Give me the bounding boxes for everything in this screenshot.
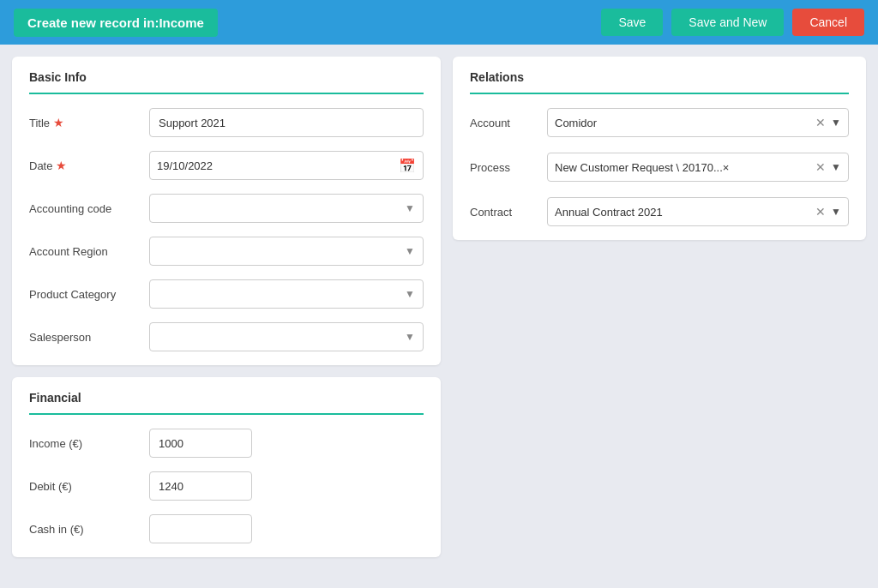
left-column: Basic Info Title ★ Date ★ 📅 <box>12 57 441 576</box>
debit-input[interactable] <box>149 471 252 501</box>
process-relation-select-wrapper[interactable]: New Customer Request \ 20170...× ✕ ▼ <box>547 153 849 182</box>
salesperson-row: Salesperson ▼ <box>29 322 424 351</box>
calendar-icon[interactable]: 📅 <box>399 158 416 174</box>
account-relation-row: Account Comidor ✕ ▼ <box>470 108 849 137</box>
account-region-select[interactable] <box>149 237 424 266</box>
product-category-row: Product Category ▼ <box>29 279 424 309</box>
contract-relation-row: Contract Annual Contract 2021 ✕ ▼ <box>470 197 849 226</box>
basic-info-title: Basic Info <box>29 70 424 94</box>
title-input[interactable] <box>149 108 424 137</box>
product-category-label: Product Category <box>29 288 149 301</box>
income-row: Income (€) <box>29 429 424 458</box>
contract-clear-icon[interactable]: ✕ <box>815 205 826 219</box>
contract-value: Annual Contract 2021 <box>555 206 815 219</box>
right-column: Relations Account Comidor ✕ ▼ Process Ne… <box>453 57 866 576</box>
title-row: Title ★ <box>29 108 424 137</box>
basic-info-card: Basic Info Title ★ Date ★ 📅 <box>12 57 441 365</box>
accounting-code-label: Accounting code <box>29 202 149 215</box>
account-region-row: Account Region ▼ <box>29 237 424 266</box>
accounting-code-row: Accounting code ▼ <box>29 194 424 223</box>
account-actions: ✕ ▼ <box>815 116 841 129</box>
accounting-code-select[interactable] <box>149 194 424 223</box>
contract-chevron-icon[interactable]: ▼ <box>831 206 841 218</box>
title-required: ★ <box>53 116 64 129</box>
financial-card: Financial Income (€) Debit (€) Cash in (… <box>12 377 441 557</box>
content-area: Basic Info Title ★ Date ★ 📅 <box>0 45 878 588</box>
salesperson-label: Salesperson <box>29 331 149 344</box>
account-relation-select-wrapper[interactable]: Comidor ✕ ▼ <box>547 108 849 137</box>
account-value: Comidor <box>555 117 815 129</box>
process-relation-row: Process New Customer Request \ 20170...×… <box>470 153 849 182</box>
relations-card: Relations Account Comidor ✕ ▼ Process Ne… <box>453 57 866 240</box>
account-region-select-wrapper: ▼ <box>149 237 424 266</box>
product-category-select[interactable] <box>149 279 424 309</box>
financial-title: Financial <box>29 391 424 415</box>
contract-relation-label: Contract <box>470 206 547 219</box>
process-value: New Customer Request \ 20170...× <box>555 161 815 174</box>
debit-row: Debit (€) <box>29 471 424 501</box>
income-input[interactable] <box>149 429 252 458</box>
process-chevron-icon[interactable]: ▼ <box>831 161 841 173</box>
accounting-code-select-wrapper: ▼ <box>149 194 424 223</box>
date-wrapper: 📅 <box>149 151 424 180</box>
cash-in-row: Cash in (€) <box>29 514 424 543</box>
contract-actions: ✕ ▼ <box>815 205 841 219</box>
date-required: ★ <box>56 159 67 172</box>
date-input[interactable] <box>157 159 399 172</box>
product-category-select-wrapper: ▼ <box>149 279 424 309</box>
top-bar: Create new record in:Income Save Save an… <box>0 0 878 45</box>
date-label: Date ★ <box>29 159 149 172</box>
account-clear-icon[interactable]: ✕ <box>815 116 826 129</box>
top-actions: Save Save and New Cancel <box>601 9 864 36</box>
page-title: Create new record in:Income <box>14 9 218 37</box>
debit-label: Debit (€) <box>29 480 149 493</box>
process-relation-label: Process <box>470 161 547 174</box>
title-label: Title ★ <box>29 116 149 129</box>
account-region-label: Account Region <box>29 245 149 258</box>
date-row: Date ★ 📅 <box>29 151 424 180</box>
save-and-new-button[interactable]: Save and New <box>671 9 784 36</box>
cancel-button[interactable]: Cancel <box>792 9 864 36</box>
cash-in-input[interactable] <box>149 514 252 543</box>
process-clear-icon[interactable]: ✕ <box>815 160 826 174</box>
process-actions: ✕ ▼ <box>815 160 841 174</box>
save-button[interactable]: Save <box>601 9 663 36</box>
relations-title: Relations <box>470 70 849 94</box>
cash-in-label: Cash in (€) <box>29 523 149 536</box>
account-relation-label: Account <box>470 117 547 129</box>
contract-relation-select-wrapper[interactable]: Annual Contract 2021 ✕ ▼ <box>547 197 849 226</box>
income-label: Income (€) <box>29 437 149 450</box>
salesperson-select[interactable] <box>149 322 424 351</box>
account-chevron-icon[interactable]: ▼ <box>831 117 841 129</box>
salesperson-select-wrapper: ▼ <box>149 322 424 351</box>
